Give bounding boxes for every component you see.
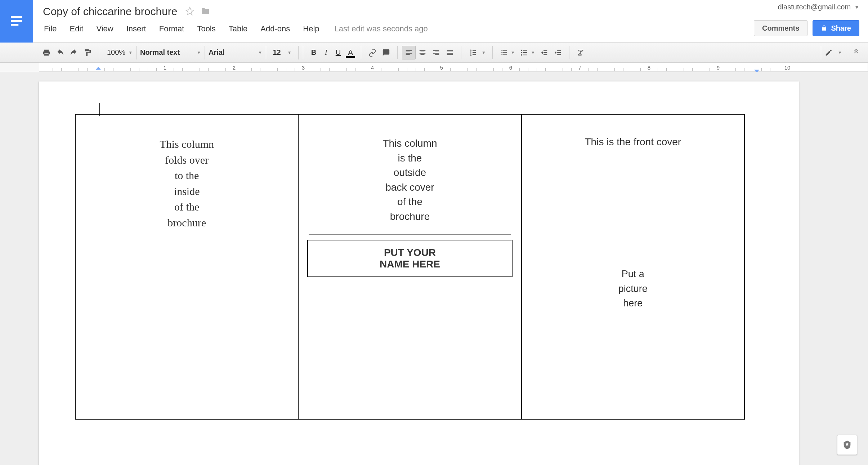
ruler-tick <box>321 68 321 71</box>
ruler-tick <box>208 68 209 71</box>
font-dropdown[interactable]: Arial ▼ <box>205 46 266 59</box>
ruler-tick <box>666 68 667 71</box>
editing-mode-dropdown[interactable]: ▼ <box>821 46 846 59</box>
ruler-tick <box>174 68 174 71</box>
account-menu-button[interactable]: dlastutech@gmail.com ▼ <box>778 3 859 11</box>
style-dropdown[interactable]: Normal text ▼ <box>137 46 205 59</box>
ruler-number: 10 <box>784 65 791 71</box>
menu-tools[interactable]: Tools <box>196 23 217 34</box>
ruler-tick <box>130 68 131 71</box>
menu-edit[interactable]: Edit <box>68 23 85 34</box>
undo-button[interactable] <box>53 46 67 59</box>
line-spacing-button[interactable] <box>466 46 479 59</box>
ruler-marks: 12345678910 <box>39 63 868 71</box>
toolbar-separator <box>569 46 569 59</box>
ruler-tick <box>623 68 623 71</box>
caret-down-icon: ▼ <box>197 50 201 55</box>
ruler-tick <box>416 68 416 71</box>
right-indent-marker[interactable] <box>754 67 759 72</box>
svg-point-4 <box>521 52 522 53</box>
zoom-value: 100% <box>107 48 125 57</box>
horizontal-ruler[interactable]: 12345678910 <box>0 63 868 72</box>
ruler-tick <box>692 68 693 71</box>
ruler-tick <box>710 68 710 71</box>
zoom-dropdown[interactable]: 100% ▼ <box>103 46 137 59</box>
document-page[interactable]: This column folds over to the inside of … <box>39 81 799 465</box>
ruler-tick <box>744 68 744 71</box>
insert-comment-button[interactable] <box>379 46 393 59</box>
ruler-tick <box>528 68 528 71</box>
share-button[interactable]: Share <box>813 20 859 36</box>
text-color-button[interactable]: A <box>344 46 357 59</box>
align-center-button[interactable] <box>416 46 429 59</box>
comments-button-label: Comments <box>762 24 799 32</box>
insert-link-button[interactable] <box>366 46 379 59</box>
title-row: Copy of chiccarine brochure <box>41 3 859 20</box>
ruler-tick <box>502 68 502 71</box>
name-placeholder-box[interactable]: PUT YOUR NAME HERE <box>307 240 512 277</box>
svg-rect-0 <box>11 16 22 18</box>
ruler-tick <box>200 68 200 71</box>
explore-button[interactable] <box>837 435 857 455</box>
svg-point-5 <box>521 54 522 56</box>
picture-placeholder-text: Put a picture here <box>528 267 738 311</box>
ruler-tick <box>675 68 675 71</box>
align-left-button[interactable] <box>402 46 416 59</box>
ruler-tick <box>182 68 183 71</box>
ruler-tick <box>779 68 779 71</box>
share-button-label: Share <box>831 24 851 32</box>
menu-insert[interactable]: Insert <box>125 23 148 34</box>
ruler-tick <box>277 68 278 71</box>
italic-button[interactable]: I <box>320 48 332 57</box>
paint-format-button[interactable] <box>81 46 94 59</box>
menu-help[interactable]: Help <box>301 23 321 34</box>
menu-format[interactable]: Format <box>158 23 186 34</box>
menu-addons[interactable]: Add-ons <box>259 23 291 34</box>
bold-button[interactable]: B <box>308 48 320 57</box>
col1-line: folds over <box>82 152 291 168</box>
increase-indent-button[interactable] <box>551 46 565 59</box>
col2-line: outside <box>305 165 514 180</box>
brochure-col-1[interactable]: This column folds over to the inside of … <box>75 114 298 419</box>
print-button[interactable] <box>40 46 53 59</box>
ruler-tick <box>589 68 589 71</box>
ruler-tick <box>148 68 148 71</box>
star-icon[interactable] <box>185 6 194 17</box>
ruler-tick <box>684 68 684 71</box>
collapse-toolbar-button[interactable] <box>849 48 863 57</box>
left-indent-marker[interactable] <box>96 67 101 72</box>
col1-text: This column folds over to the inside of … <box>82 136 291 230</box>
align-right-button[interactable] <box>429 46 443 59</box>
pic-line: here <box>528 296 738 311</box>
ruler-tick <box>537 68 537 71</box>
decrease-indent-button[interactable] <box>537 46 551 59</box>
brochure-col-3[interactable]: This is the front cover Put a picture he… <box>522 114 744 419</box>
font-value: Arial <box>209 48 224 57</box>
ruler-tick <box>701 68 701 71</box>
font-size-dropdown[interactable]: 12 ▼ <box>266 46 299 59</box>
menu-file[interactable]: File <box>42 23 58 34</box>
toolbar-separator <box>99 46 99 59</box>
docs-home-button[interactable] <box>0 0 33 43</box>
ruler-tick <box>312 68 312 71</box>
move-to-folder-icon[interactable] <box>200 7 210 17</box>
menu-view[interactable]: View <box>95 23 115 34</box>
numbered-list-button[interactable] <box>497 46 511 59</box>
clear-formatting-button[interactable] <box>574 46 587 59</box>
ruler-tick <box>493 68 494 71</box>
document-title-input[interactable]: Copy of chiccarine brochure <box>41 4 179 19</box>
ruler-tick <box>381 68 381 71</box>
underline-button[interactable]: U <box>332 48 344 57</box>
header-right: Copy of chiccarine brochure dlastutech@g… <box>33 0 868 42</box>
redo-button[interactable] <box>67 46 81 59</box>
brochure-table[interactable]: This column folds over to the inside of … <box>75 114 745 420</box>
comments-button[interactable]: Comments <box>754 20 807 36</box>
ruler-tick <box>632 68 632 71</box>
menu-table[interactable]: Table <box>227 23 249 34</box>
document-scroll-area[interactable]: This column folds over to the inside of … <box>0 72 868 465</box>
bulleted-list-button[interactable] <box>517 46 531 59</box>
ruler-tick <box>251 68 252 71</box>
align-justify-button[interactable] <box>443 46 457 59</box>
ruler-number: 4 <box>371 65 374 71</box>
brochure-col-2[interactable]: This column is the outside back cover of… <box>298 114 521 419</box>
